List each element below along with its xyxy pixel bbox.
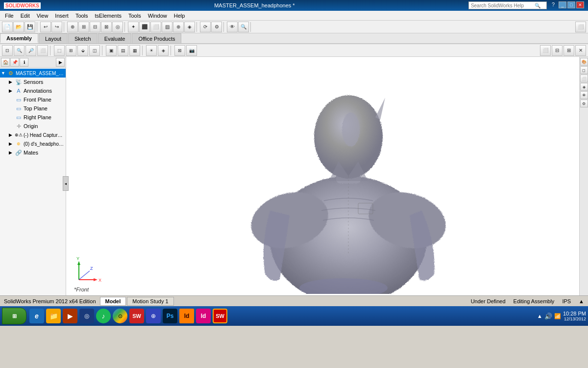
render-btn[interactable]: ◈ [158, 45, 169, 56]
taskbar-explorer[interactable]: 📁 [46, 309, 61, 323]
tb-btn12[interactable]: ⊕ [173, 22, 184, 32]
tree-annotations[interactable]: ▶ A Annotations [8, 86, 66, 95]
tab-sketch[interactable]: Sketch [68, 33, 98, 43]
tab-assembly[interactable]: Assembly [0, 33, 38, 43]
panel-home-btn[interactable]: 🏠 [1, 58, 10, 67]
taskbar-photoshop[interactable]: Ps [163, 309, 177, 323]
view3d-4[interactable]: ◫ [89, 45, 100, 56]
tab-motion-study[interactable]: Motion Study 1 [127, 297, 173, 306]
panel-info-btn[interactable]: ℹ [20, 58, 28, 67]
view3d-2[interactable]: ⊞ [66, 45, 76, 56]
panel-color-btn[interactable]: ▶ [56, 58, 65, 67]
tb-btn4[interactable]: ⊞ [78, 22, 89, 32]
taskbar-sw-app[interactable]: SW [129, 309, 144, 323]
tb-btn2[interactable]: ↪ [51, 22, 62, 32]
tb-btn1[interactable]: ↩ [40, 22, 51, 32]
zoom-in[interactable]: 🔍 [14, 45, 24, 56]
right-icon-6[interactable]: ⚙ [580, 100, 588, 107]
menu-help[interactable]: Help [171, 12, 188, 20]
tb-btn9[interactable]: ⬛ [139, 22, 150, 32]
right-icon-4[interactable]: ◈ [580, 83, 588, 91]
taskbar-indesign[interactable]: Id [196, 309, 211, 323]
tb-btn5[interactable]: ⊟ [90, 22, 100, 32]
right-icon-3[interactable]: ⬜ [580, 75, 588, 82]
tab-model[interactable]: Model [100, 297, 126, 306]
viewport[interactable]: X Y Z *Front [66, 57, 579, 295]
tree-mates[interactable]: ▶ 🔗 Mates [8, 148, 66, 157]
menu-tselements[interactable]: tsElements [92, 12, 124, 20]
tab-evaluate[interactable]: Evaluate [98, 33, 132, 43]
tree-origin[interactable]: ✛ Origin [8, 122, 66, 131]
zoom-out[interactable]: 🔎 [25, 45, 36, 56]
open-button[interactable]: 📂 [13, 22, 24, 32]
taskbar-solidworks[interactable]: SW [213, 309, 227, 323]
tb-btn8[interactable]: ✦ [128, 22, 139, 32]
view-right3[interactable]: ⊞ [564, 45, 574, 56]
taskbar-app4[interactable]: ◎ [79, 309, 94, 323]
taskbar-spotify[interactable]: ♪ [96, 309, 111, 323]
view-btn1[interactable]: 👁 [227, 22, 238, 32]
section-btn[interactable]: ⊠ [174, 45, 185, 56]
taskbar-illustrator[interactable]: Id [179, 309, 194, 323]
menu-window[interactable]: Window [145, 12, 170, 20]
options-button[interactable]: ⚙ [211, 22, 222, 32]
tree-right-plane[interactable]: ▭ Right Plane [8, 113, 66, 122]
taskbar-media[interactable]: ▶ [63, 309, 77, 323]
taskbar-app8[interactable]: ⊕ [146, 309, 161, 323]
tb-btn13[interactable]: ◈ [184, 22, 195, 32]
menu-tools2[interactable]: Tools [125, 12, 144, 20]
menu-insert[interactable]: Insert [52, 12, 72, 20]
tb-btn6[interactable]: ⊠ [101, 22, 112, 32]
close-button[interactable]: ✕ [576, 1, 584, 8]
tb-btn7[interactable]: ◎ [112, 22, 123, 32]
light-btn[interactable]: ☀ [146, 45, 157, 56]
right-icon-5[interactable]: 👁 [580, 91, 588, 99]
view-btn2[interactable]: 🔍 [238, 22, 249, 32]
menu-tools[interactable]: Tools [73, 12, 91, 20]
zoom-fit[interactable]: ⊡ [2, 45, 13, 56]
tb-btn10[interactable]: ⬜ [150, 22, 161, 32]
view-right2[interactable]: ⊟ [552, 45, 563, 56]
display2[interactable]: ▤ [118, 45, 128, 56]
view3d-3[interactable]: ⬙ [77, 45, 88, 56]
view-right1[interactable]: ⬜ [540, 45, 551, 56]
display1[interactable]: ▣ [106, 45, 117, 56]
tb-right1[interactable]: ⬜ [575, 22, 586, 32]
zoom-box[interactable]: ⬜ [37, 45, 48, 56]
tree-root[interactable]: ▼ ⚙ MASTER_ASSEM_headphon... [0, 69, 66, 78]
tb-btn3[interactable]: ⊕ [67, 22, 78, 32]
view-right4[interactable]: ✕ [575, 45, 586, 56]
menu-edit[interactable]: Edit [18, 12, 33, 20]
maximize-button[interactable]: □ [567, 1, 575, 8]
volume-icon[interactable]: 🔊 [544, 313, 552, 320]
tab-office-products[interactable]: Office Products [132, 33, 181, 43]
tree-front-plane[interactable]: ▭ Front Plane [8, 95, 66, 104]
taskbar-ie[interactable]: e [29, 309, 44, 323]
right-icon-2[interactable]: ◻ [580, 66, 588, 74]
tree-headphones[interactable]: ▶ ⊕ (0) d's_headphones_02 <... [8, 139, 66, 148]
network-icon[interactable]: 📶 [554, 313, 561, 319]
menu-file[interactable]: File [2, 12, 17, 20]
save-button[interactable]: 💾 [24, 22, 35, 32]
display3[interactable]: ▦ [129, 45, 140, 56]
help-icon[interactable]: ? [552, 1, 555, 9]
search-input[interactable] [471, 3, 535, 8]
status-arrow-up[interactable]: ▲ [579, 298, 584, 304]
rebuild-button[interactable]: ⟳ [200, 22, 211, 32]
tab-layout[interactable]: Layout [39, 33, 68, 43]
cam-btn[interactable]: 📷 [186, 45, 197, 56]
menu-view[interactable]: View [34, 12, 51, 20]
minimize-button[interactable]: _ [559, 1, 566, 8]
tree-head-capture[interactable]: ▶ ⊕⚠ (-) Head Capture Nmero 2-... [8, 131, 66, 139]
new-button[interactable]: 📄 [2, 22, 13, 32]
start-button[interactable]: ⊞ [2, 308, 26, 324]
view3d-1[interactable]: ⬚ [54, 45, 65, 56]
tree-top-plane[interactable]: ▭ Top Plane [8, 104, 66, 113]
panel-pin-btn[interactable]: 📌 [10, 58, 19, 67]
tb-btn11[interactable]: ▨ [162, 22, 172, 32]
panel-collapse-arrow[interactable]: ◂ [63, 176, 69, 191]
right-icon-1[interactable]: 🎨 [580, 58, 588, 66]
taskbar-chrome[interactable]: ⊙ [113, 309, 127, 323]
search-box[interactable]: 🔍 [468, 1, 547, 9]
tree-sensors[interactable]: ▶ 📡 Sensors [8, 78, 66, 86]
